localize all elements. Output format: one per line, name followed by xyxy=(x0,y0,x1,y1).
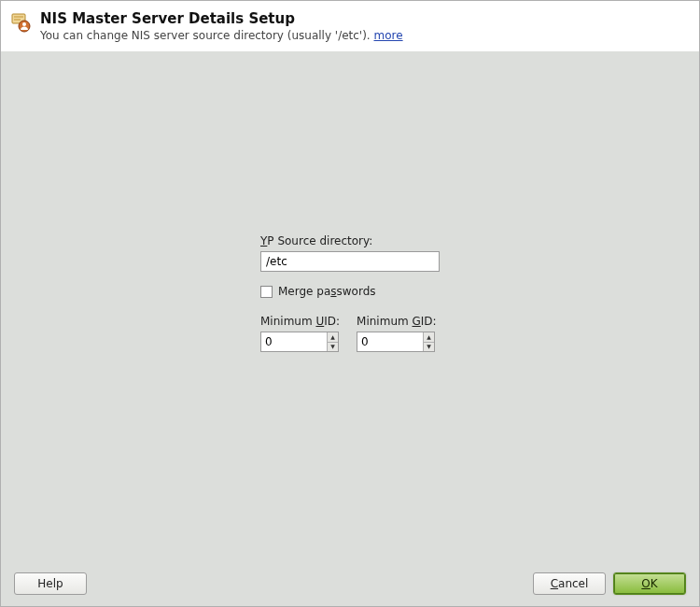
help-button[interactable]: Help xyxy=(14,572,87,595)
yp-source-label: YP Source directory: xyxy=(260,234,440,247)
server-config-icon xyxy=(10,12,31,33)
min-uid-input[interactable] xyxy=(261,332,327,351)
svg-rect-1 xyxy=(14,16,23,18)
min-gid-spinner: ▲ ▼ xyxy=(357,332,435,352)
more-link[interactable]: more xyxy=(374,29,403,42)
merge-passwords-checkbox[interactable] xyxy=(260,286,273,298)
svg-rect-2 xyxy=(14,19,21,21)
min-gid-input[interactable] xyxy=(357,332,423,351)
merge-passwords-label: Merge passwords xyxy=(278,285,376,298)
header-text-block: NIS Master Server Details Setup You can … xyxy=(40,10,686,42)
min-uid-spin-down[interactable]: ▼ xyxy=(328,342,338,352)
page-title: NIS Master Server Details Setup xyxy=(40,10,686,27)
min-gid-label: Minimum GID: xyxy=(357,315,437,328)
min-gid-group: Minimum GID: ▲ ▼ xyxy=(357,315,437,352)
min-uid-spinner: ▲ ▼ xyxy=(260,332,339,352)
page-subtitle: You can change NIS server source directo… xyxy=(40,29,686,42)
uid-gid-row: Minimum UID: ▲ ▼ Minimum GID: xyxy=(260,315,440,352)
min-uid-spin-buttons: ▲ ▼ xyxy=(327,332,338,351)
form: YP Source directory: Merge passwords Min… xyxy=(260,234,440,352)
min-uid-label: Minimum UID: xyxy=(260,315,340,328)
header-bar: NIS Master Server Details Setup You can … xyxy=(1,1,699,51)
svg-point-4 xyxy=(22,22,26,26)
merge-passwords-row: Merge passwords xyxy=(260,285,440,298)
cancel-button[interactable]: Cancel xyxy=(533,572,606,595)
subtitle-text: You can change NIS server source directo… xyxy=(40,29,371,42)
min-gid-spin-buttons: ▲ ▼ xyxy=(423,332,434,351)
min-gid-spin-down[interactable]: ▼ xyxy=(424,342,434,352)
ok-button[interactable]: OK xyxy=(613,572,686,595)
yp-source-group: YP Source directory: xyxy=(260,234,440,272)
min-uid-group: Minimum UID: ▲ ▼ xyxy=(260,315,340,352)
window-root: NIS Master Server Details Setup You can … xyxy=(0,0,700,607)
min-gid-spin-up[interactable]: ▲ xyxy=(424,332,434,342)
footer-bar: Help Cancel OK xyxy=(1,563,699,606)
min-uid-spin-up[interactable]: ▲ xyxy=(328,332,338,342)
yp-source-input[interactable] xyxy=(260,251,440,272)
content-area: YP Source directory: Merge passwords Min… xyxy=(1,51,699,563)
